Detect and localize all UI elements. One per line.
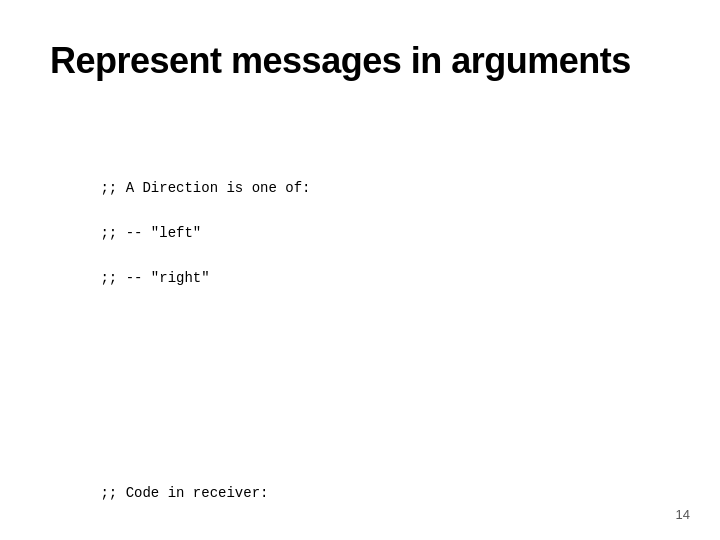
slide-title: Represent messages in arguments xyxy=(50,40,670,82)
code-in-receiver-line: ;; Code in receiver: xyxy=(100,485,268,501)
direction-def-line-3: ;; -- "right" xyxy=(100,270,209,286)
direction-def-line-2: ;; -- "left" xyxy=(100,225,201,241)
code-in-receiver-section: ;; Code in receiver: xyxy=(50,460,670,527)
direction-definition-section: ;; A Direction is one of: ;; -- "left" ;… xyxy=(50,155,670,312)
page-number: 14 xyxy=(676,507,690,522)
code-content: ;; A Direction is one of: ;; -- "left" ;… xyxy=(50,110,670,540)
slide: Represent messages in arguments ;; A Dir… xyxy=(0,0,720,540)
direction-def-line-1: ;; A Direction is one of: xyxy=(100,180,310,196)
